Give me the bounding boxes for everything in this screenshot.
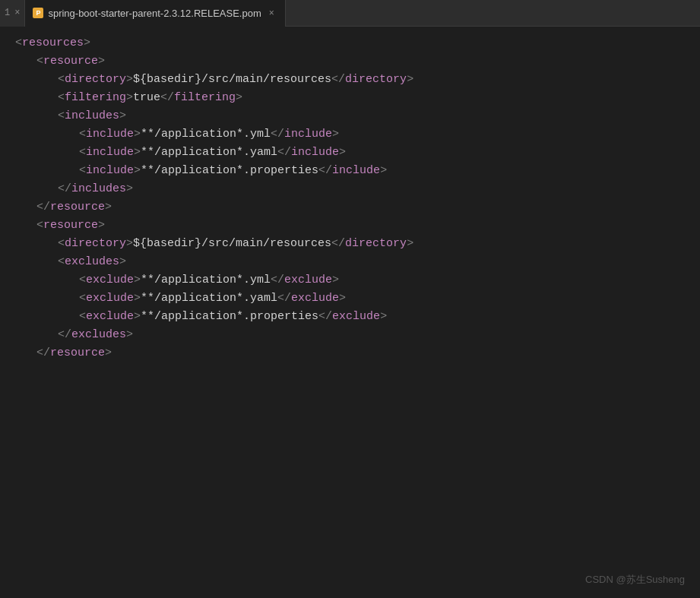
code-line: <directory>${basedir}/src/main/resources… [0,71,700,89]
tab-item[interactable]: P spring-boot-starter-parent-2.3.12.RELE… [25,0,285,27]
tab-number: 1 × [0,0,25,27]
code-line: <excludes> [0,253,700,271]
code-lines: <resources><resource><directory>${basedi… [0,34,700,362]
tab-filename: spring-boot-starter-parent-2.3.12.RELEAS… [48,8,261,19]
code-line: <include>**/application*.yaml</include> [0,144,700,162]
pom-icon: P [33,8,43,18]
code-line: <includes> [0,107,700,125]
code-line: <exclude>**/application*.yml</exclude> [0,271,700,290]
tab-close-button[interactable]: × [266,6,277,20]
code-line: <directory>${basedir}/src/main/resources… [0,235,700,253]
code-line: <resource> [0,52,700,71]
tab-number-label: 1 [5,8,10,18]
code-line: <resource> [0,217,700,235]
code-line: <filtering>true</filtering> [0,89,700,107]
code-line: <exclude>**/application*.yaml</exclude> [0,290,700,308]
code-line: <resources> [0,34,700,52]
code-line: <exclude>**/application*.properties</exc… [0,308,700,326]
code-line: </excludes> [0,326,700,344]
code-line: </includes> [0,180,700,198]
code-line: </resource> [0,198,700,217]
watermark: CSDN @苏生Susheng [585,573,685,587]
code-area: <resources><resource><directory>${basedi… [0,27,700,598]
tab-bar: 1 × P spring-boot-starter-parent-2.3.12.… [0,0,700,27]
code-line: <include>**/application*.properties</inc… [0,162,700,180]
code-line: </resource> [0,344,700,362]
tab-number-close[interactable]: × [14,8,20,18]
code-line: <include>**/application*.yml</include> [0,125,700,144]
